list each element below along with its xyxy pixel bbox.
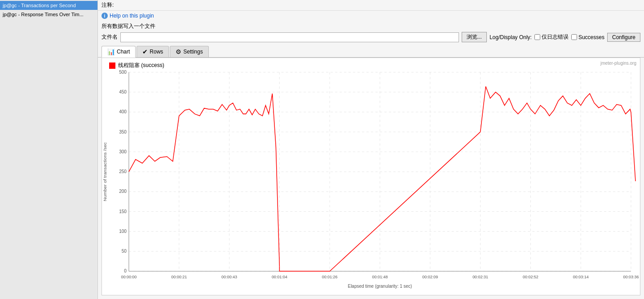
info-icon: i bbox=[101, 13, 108, 19]
svg-text:500: 500 bbox=[119, 70, 127, 75]
svg-text:Elapsed time (granularity: 1 s: Elapsed time (granularity: 1 sec) bbox=[348, 284, 412, 289]
svg-text:00:01:04: 00:01:04 bbox=[272, 275, 287, 279]
svg-text:450: 450 bbox=[119, 89, 127, 94]
tab-settings[interactable]: ⚙ Settings bbox=[170, 46, 208, 57]
svg-text:400: 400 bbox=[119, 109, 127, 114]
svg-text:00:03:14: 00:03:14 bbox=[573, 275, 589, 279]
svg-text:00:00:00: 00:00:00 bbox=[121, 275, 137, 279]
help-link-text: Help on this plugin bbox=[110, 13, 154, 19]
sidebar-item-response-times[interactable]: jp@gc - Response Times Over Tim... bbox=[0, 10, 97, 19]
file-name-input[interactable] bbox=[120, 32, 459, 42]
svg-text:250: 250 bbox=[119, 169, 127, 174]
chart-area: 线程阻塞 (success) jmeter-plugins.org bbox=[101, 58, 640, 295]
svg-text:00:01:26: 00:01:26 bbox=[322, 275, 338, 279]
error-log-checkbox[interactable] bbox=[534, 34, 540, 40]
annotation-label: 注释: bbox=[101, 2, 114, 8]
svg-text:00:03:36: 00:03:36 bbox=[623, 275, 639, 279]
chart-svg: 500 450 400 350 300 250 200 150 100 50 0… bbox=[102, 58, 640, 295]
tab-chart[interactable]: 📊 Chart bbox=[101, 46, 136, 58]
log-display-label: Log/Display Only: bbox=[490, 34, 532, 40]
svg-text:00:02:52: 00:02:52 bbox=[523, 275, 538, 279]
error-log-checkbox-label[interactable]: 仅日志错误 bbox=[534, 33, 569, 41]
help-bar: i Help on this plugin bbox=[98, 11, 644, 21]
svg-text:Number of transactions /sec: Number of transactions /sec bbox=[102, 142, 107, 201]
svg-text:300: 300 bbox=[119, 149, 127, 154]
browse-button[interactable]: 浏览... bbox=[462, 32, 487, 42]
svg-text:00:00:21: 00:00:21 bbox=[171, 275, 187, 279]
sidebar-item-label: jp@gc - Response Times Over Tim... bbox=[3, 12, 84, 17]
svg-text:50: 50 bbox=[122, 249, 127, 254]
svg-text:200: 200 bbox=[119, 189, 127, 194]
file-name-label: 文件名 bbox=[101, 33, 118, 41]
svg-text:00:00:43: 00:00:43 bbox=[221, 275, 237, 279]
svg-text:00:02:31: 00:02:31 bbox=[472, 275, 488, 279]
svg-text:100: 100 bbox=[119, 229, 127, 234]
sidebar: jp@gc - Transactions per Second jp@gc - … bbox=[0, 0, 98, 299]
chart-tab-icon: 📊 bbox=[107, 48, 115, 55]
main-panel: 注释: i Help on this plugin 所有数据写入一个文件 文件名… bbox=[98, 0, 644, 299]
log-display-section: Log/Display Only: 仅日志错误 Successes Config… bbox=[490, 33, 640, 42]
file-section: 所有数据写入一个文件 文件名 浏览... Log/Display Only: 仅… bbox=[98, 21, 644, 44]
svg-text:00:01:48: 00:01:48 bbox=[372, 275, 388, 279]
tab-settings-label: Settings bbox=[183, 49, 203, 55]
annotation-bar: 注释: bbox=[98, 0, 644, 11]
sidebar-item-label: jp@gc - Transactions per Second bbox=[3, 3, 76, 8]
svg-text:00:02:09: 00:02:09 bbox=[422, 275, 438, 279]
file-section-title: 所有数据写入一个文件 bbox=[101, 22, 640, 30]
tab-rows[interactable]: ✔ Rows bbox=[137, 46, 169, 57]
successes-checkbox-label[interactable]: Successes bbox=[571, 34, 604, 40]
settings-tab-icon: ⚙ bbox=[176, 48, 181, 55]
tab-chart-label: Chart bbox=[117, 49, 130, 55]
file-input-row: 文件名 浏览... Log/Display Only: 仅日志错误 Succes… bbox=[101, 32, 640, 42]
rows-tab-icon: ✔ bbox=[142, 48, 148, 55]
help-link[interactable]: i Help on this plugin bbox=[101, 13, 640, 19]
sidebar-item-transactions[interactable]: jp@gc - Transactions per Second bbox=[0, 1, 97, 10]
svg-text:350: 350 bbox=[119, 129, 127, 134]
successes-checkbox[interactable] bbox=[571, 34, 577, 40]
configure-button[interactable]: Configure bbox=[607, 33, 640, 42]
tabs-bar: 📊 Chart ✔ Rows ⚙ Settings bbox=[98, 44, 644, 58]
tab-rows-label: Rows bbox=[150, 49, 163, 55]
svg-text:150: 150 bbox=[119, 209, 127, 214]
svg-text:0: 0 bbox=[124, 268, 127, 273]
